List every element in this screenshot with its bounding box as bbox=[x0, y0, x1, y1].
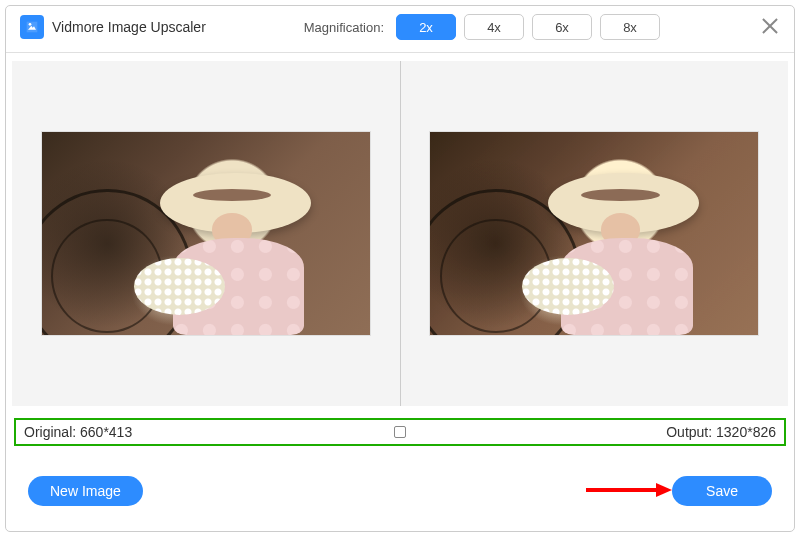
magnification-group: Magnification: 2x 4x 6x 8x bbox=[304, 14, 780, 40]
app-title: Vidmore Image Upscaler bbox=[52, 19, 206, 35]
original-pane bbox=[12, 61, 400, 406]
footer-bar: New Image Save bbox=[6, 461, 794, 521]
magnification-option-2x[interactable]: 2x bbox=[396, 14, 456, 40]
original-dimensions: Original: 660*413 bbox=[24, 424, 132, 440]
magnification-option-8x[interactable]: 8x bbox=[600, 14, 660, 40]
magnification-option-4x[interactable]: 4x bbox=[464, 14, 524, 40]
output-pane bbox=[401, 61, 789, 406]
header-bar: Vidmore Image Upscaler Magnification: 2x… bbox=[6, 6, 794, 53]
new-image-button[interactable]: New Image bbox=[28, 476, 143, 506]
compare-handle-icon[interactable] bbox=[394, 426, 406, 438]
magnification-option-6x[interactable]: 6x bbox=[532, 14, 592, 40]
close-icon[interactable] bbox=[760, 16, 780, 36]
output-dimensions: Output: 1320*826 bbox=[666, 424, 776, 440]
original-image bbox=[41, 131, 371, 336]
dimensions-bar: Original: 660*413 Output: 1320*826 bbox=[14, 418, 786, 446]
app-logo-icon bbox=[20, 15, 44, 39]
save-button[interactable]: Save bbox=[672, 476, 772, 506]
preview-area bbox=[12, 61, 788, 406]
magnification-label: Magnification: bbox=[304, 20, 384, 35]
svg-point-0 bbox=[29, 23, 32, 26]
output-image bbox=[429, 131, 759, 336]
